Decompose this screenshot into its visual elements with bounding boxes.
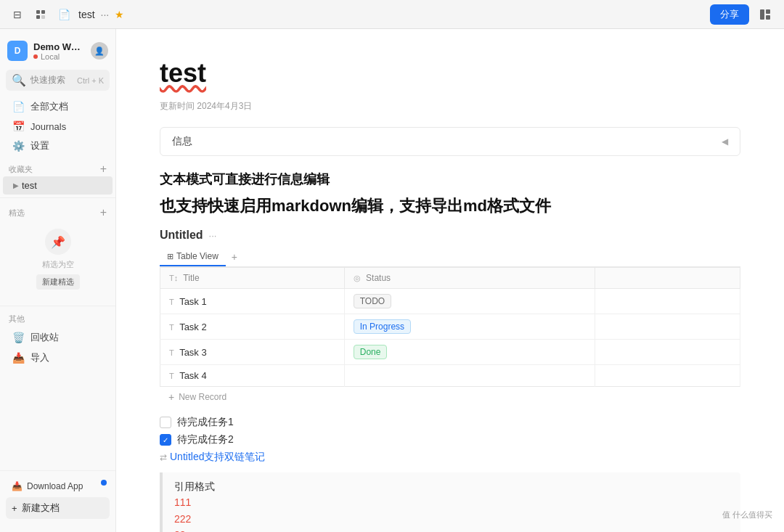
pinned-add-icon[interactable]: + — [100, 207, 107, 218]
table-tab-label: Table View — [176, 251, 219, 261]
search-label: 快速搜索 — [30, 74, 73, 86]
row-type-icon: T — [169, 348, 174, 357]
checkbox-label-1: 待完成任务1 — [177, 416, 234, 429]
search-icon: 🔍 — [12, 73, 26, 87]
workspace-status: Local — [33, 52, 85, 61]
new-collection-button[interactable]: 新建精选 — [36, 274, 80, 290]
status-badge: Done — [354, 345, 388, 359]
checkbox-1[interactable] — [160, 417, 171, 428]
task-title-cell[interactable]: T Task 2 — [160, 314, 345, 340]
new-record-plus-icon: + — [168, 391, 174, 403]
svg-rect-5 — [766, 9, 770, 14]
layout-icon[interactable] — [755, 4, 775, 25]
view-toggle-icon[interactable] — [32, 6, 49, 23]
task-status-cell — [344, 365, 595, 387]
quote-line-1: 111 — [174, 496, 191, 508]
empty-collection-icon: 📌 — [45, 229, 71, 255]
workspace-item[interactable]: D Demo Workspace Local 👤 — [0, 35, 115, 67]
download-icon: 📥 — [12, 481, 23, 491]
download-label: Download App — [27, 481, 83, 491]
status-dot-icon — [33, 54, 38, 59]
trash-icon: 🗑️ — [12, 332, 25, 343]
new-record-button[interactable]: + New Record — [160, 387, 740, 407]
sidebar-item-trash[interactable]: 🗑️ 回收站 — [3, 327, 113, 348]
topbar-more-icon[interactable]: ··· — [101, 9, 110, 20]
sidebar: D Demo Workspace Local 👤 🔍 快速搜索 Ctrl + K… — [0, 29, 116, 532]
checkbox-label-2: 待完成任务2 — [177, 433, 234, 446]
text-content-1: 文本模式可直接进行信息编辑 — [160, 171, 740, 188]
task-status-cell[interactable]: TODO — [344, 289, 595, 314]
settings-icon: ⚙️ — [12, 140, 25, 152]
download-app-button[interactable]: 📥 Download App — [6, 477, 110, 496]
quote-block: 引用格式 111 222 33 — [160, 472, 740, 532]
sidebar-item-import[interactable]: 📥 导入 — [3, 348, 113, 368]
pinned-label: 精选 — [9, 208, 25, 218]
topbar: ⊟ 📄 test ··· ★ 分享 — [0, 0, 784, 29]
search-box[interactable]: 🔍 快速搜索 Ctrl + K — [6, 70, 110, 91]
search-shortcut: Ctrl + K — [77, 76, 104, 85]
sidebar-item-label: 回收站 — [30, 331, 59, 344]
all-docs-icon: 📄 — [12, 101, 25, 112]
checkbox-2[interactable]: ✓ — [160, 434, 171, 446]
task-title-cell[interactable]: T Task 1 — [160, 289, 345, 314]
chevron-right-icon: ▶ — [13, 181, 19, 189]
bidir-link-text[interactable]: Untitled支持双链笔记 — [170, 451, 265, 464]
sidebar-toggle-icon[interactable]: ⊟ — [9, 6, 26, 23]
topbar-right: 分享 — [710, 4, 775, 25]
task-status-cell[interactable]: Done — [344, 340, 595, 365]
page-icon[interactable]: 📄 — [55, 6, 73, 23]
task-status-cell[interactable]: In Progress — [344, 314, 595, 340]
bidir-link: ⇄ Untitled支持双链笔记 — [160, 451, 740, 464]
table-row: T Task 2 In Progress — [160, 314, 740, 340]
table-row: T Task 3 Done — [160, 340, 740, 365]
notification-dot — [101, 480, 107, 486]
table-view-tab[interactable]: ⊞ Table View — [160, 247, 226, 266]
workspace-name: Demo Workspace — [33, 41, 85, 52]
col-title: T↕ Title — [160, 268, 345, 289]
sidebar-item-label: Journals — [30, 121, 66, 132]
task-extra-cell — [595, 365, 740, 387]
status-badge: TODO — [354, 294, 391, 308]
data-table: T↕ Title ◎ Status T Task 1 — [160, 267, 740, 387]
sidebar-item-journals[interactable]: 📅 Journals — [3, 117, 113, 136]
table-row: T Task 4 — [160, 365, 740, 387]
topbar-star-icon[interactable]: ★ — [115, 9, 124, 20]
row-type-icon: T — [169, 298, 174, 306]
share-button[interactable]: 分享 — [710, 4, 749, 25]
info-label: 信息 — [172, 135, 192, 148]
bidir-link-icon: ⇄ — [160, 452, 167, 462]
svg-rect-2 — [36, 15, 40, 19]
row-type-icon: T — [169, 323, 174, 332]
svg-rect-4 — [760, 9, 764, 20]
user-avatar[interactable]: 👤 — [91, 42, 108, 60]
add-view-button[interactable]: + — [226, 247, 243, 266]
sidebar-item-all-docs[interactable]: 📄 全部文档 — [3, 97, 113, 117]
info-panel[interactable]: 信息 ◀ — [160, 127, 740, 156]
status-badge: In Progress — [354, 319, 411, 334]
row-type-icon: T — [169, 372, 174, 380]
collections-add-icon[interactable]: + — [100, 163, 107, 175]
svg-rect-6 — [766, 15, 770, 20]
status-col-icon: ◎ — [354, 274, 361, 282]
new-document-button[interactable]: + 新建文档 — [6, 497, 110, 519]
sidebar-item-test[interactable]: ▶ test — [3, 176, 113, 195]
pinned-section: 精选 + 📌 精选为空 新建精选 — [0, 197, 115, 303]
quote-line-2: 222 — [174, 513, 191, 525]
task-title-cell[interactable]: T Task 3 — [160, 340, 345, 365]
svg-rect-0 — [36, 10, 40, 14]
table-tab-icon: ⊞ — [167, 252, 173, 261]
collections-header: 收藏夹 + — [0, 159, 115, 176]
untitled-title: Untitled — [160, 229, 203, 242]
new-record-label: New Record — [179, 392, 226, 402]
info-arrow-icon: ◀ — [722, 136, 728, 147]
import-icon: 📥 — [12, 352, 25, 364]
task-title-cell[interactable]: T Task 4 — [160, 365, 345, 387]
sidebar-bottom: 📥 Download App + 新建文档 — [0, 470, 115, 526]
new-doc-label: 新建文档 — [22, 502, 60, 515]
untitled-more-icon[interactable]: ··· — [209, 230, 217, 241]
svg-rect-3 — [41, 15, 45, 19]
workspace-info: Demo Workspace Local — [33, 41, 85, 61]
journals-icon: 📅 — [12, 120, 25, 132]
sidebar-item-settings[interactable]: ⚙️ 设置 — [3, 136, 113, 156]
task-extra-cell — [595, 289, 740, 314]
